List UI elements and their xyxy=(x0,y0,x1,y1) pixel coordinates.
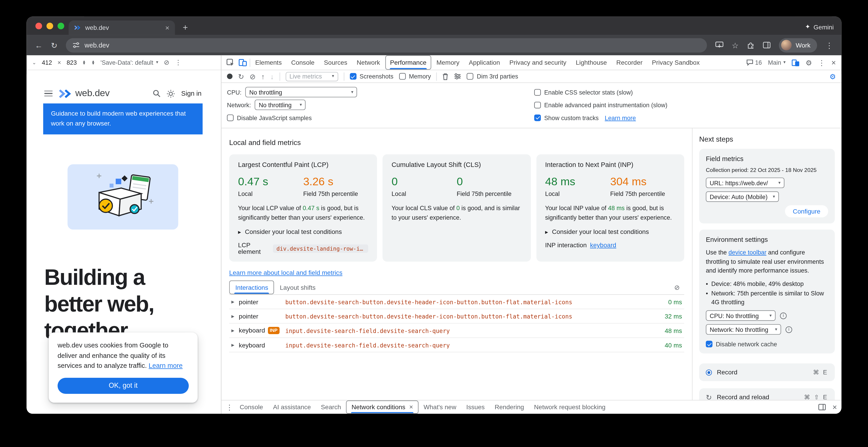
tab-network[interactable]: Network xyxy=(352,56,384,70)
tab-elements[interactable]: Elements xyxy=(251,56,286,70)
tab-memory[interactable]: Memory xyxy=(432,56,464,70)
browser-menu-icon[interactable]: ⋮ xyxy=(826,41,833,49)
paint-instrumentation-checkbox[interactable]: Enable advanced paint instrumentation (s… xyxy=(534,102,668,108)
interaction-row[interactable]: ▶ keyboard input.devsite-search-field.de… xyxy=(229,338,684,352)
drawer-tab-network-conditions[interactable]: Network conditions × xyxy=(346,401,418,414)
dim-third-parties-checkbox[interactable]: Dim 3rd parties xyxy=(467,73,518,80)
tab-layout-shifts[interactable]: Layout shifts xyxy=(274,280,321,294)
tab-interactions[interactable]: Interactions xyxy=(229,280,274,294)
drawer-tab-network-request-blocking[interactable]: Network request blocking xyxy=(529,401,611,414)
side-panel-icon[interactable] xyxy=(763,41,771,48)
interaction-row[interactable]: ▶ keyboard INP input.devsite-search-fiel… xyxy=(229,323,684,338)
promo-banner[interactable]: Guidance to build modern web experiences… xyxy=(43,103,203,134)
css-selector-stats-checkbox[interactable]: Enable CSS selector stats (slow) xyxy=(534,89,633,95)
inspect-element-icon[interactable] xyxy=(226,59,234,66)
metrics-learn-more-link[interactable]: Learn more about local and field metrics xyxy=(229,269,342,276)
expand-triangle-icon[interactable]: ▶ xyxy=(231,300,234,304)
dpr-stepper[interactable]: ▲▼ xyxy=(91,61,95,65)
perf-settings-gear-icon[interactable]: ⚙ xyxy=(830,72,836,80)
collect-garbage-icon[interactable] xyxy=(443,73,449,80)
clear-icon[interactable]: ⊘ xyxy=(250,73,256,80)
expand-triangle-icon[interactable]: ▶ xyxy=(231,329,234,332)
field-device-select[interactable]: Device: Auto (Mobile) ▾ xyxy=(706,192,779,202)
tab-lighthouse[interactable]: Lighthouse xyxy=(571,56,612,70)
capture-settings-icon[interactable] xyxy=(454,73,461,80)
devtools-close-icon[interactable]: × xyxy=(831,58,836,67)
interaction-target[interactable]: input.devsite-search-field.devsite-searc… xyxy=(285,327,646,334)
upload-profile-icon[interactable]: ↑ xyxy=(261,73,265,80)
screenshots-checkbox[interactable]: Screenshots xyxy=(349,73,394,80)
browser-tab[interactable]: web.dev × xyxy=(69,20,175,35)
tab-console[interactable]: Console xyxy=(287,56,319,70)
interaction-target[interactable]: button.devsite-search-button.devsite-hea… xyxy=(285,313,646,319)
drawer-tab-ai-assistance[interactable]: AI assistance xyxy=(268,401,316,414)
expand-triangle-icon[interactable]: ▶ xyxy=(231,343,234,347)
dimensions-dropdown-icon[interactable]: ⌄ xyxy=(32,60,36,65)
interaction-target[interactable]: button.devsite-search-button.devsite-hea… xyxy=(285,298,646,305)
window-zoom-button[interactable] xyxy=(58,23,64,29)
record-and-reload-icon[interactable]: ↻ xyxy=(238,73,244,80)
gemini-button[interactable]: ✦ Gemini xyxy=(805,23,834,31)
tab-privacy-security[interactable]: Privacy and security xyxy=(505,56,571,70)
extensions-icon[interactable] xyxy=(747,41,754,49)
disable-js-samples-checkbox[interactable]: Disable JavaScript samples xyxy=(227,114,312,121)
tab-application[interactable]: Application xyxy=(464,56,504,70)
profile-chip[interactable]: Work xyxy=(779,38,817,52)
reload-button[interactable]: ↻ xyxy=(51,41,58,49)
drawer-tab-whats-new[interactable]: What's new xyxy=(418,401,461,414)
custom-tracks-learn-more-link[interactable]: Learn more xyxy=(605,114,636,121)
address-bar[interactable]: web.dev xyxy=(66,38,707,52)
cpu-throttling-select[interactable]: No throttling ▾ xyxy=(245,87,357,97)
window-close-button[interactable] xyxy=(35,23,42,29)
clear-log-icon[interactable]: ⊘ xyxy=(674,283,684,291)
console-messages-count[interactable]: 16 xyxy=(746,59,762,66)
theme-toggle-icon[interactable] xyxy=(167,89,175,98)
screencast-icon[interactable] xyxy=(792,59,799,66)
tab-recorder[interactable]: Recorder xyxy=(612,56,647,70)
cookie-learn-more-link[interactable]: Learn more xyxy=(149,362,183,370)
custom-tracks-checkbox[interactable]: Show custom tracks xyxy=(534,114,599,121)
js-context-dropdown[interactable]: Main ▾ xyxy=(768,59,785,66)
viewport-width-field[interactable]: 412 xyxy=(42,59,52,66)
record-button[interactable]: Record ⌘ E xyxy=(699,364,835,381)
devtools-menu-icon[interactable]: ⋮ xyxy=(818,58,826,67)
save-data-dropdown[interactable]: 'Save-Data': default ▾ xyxy=(100,59,158,66)
hamburger-menu-icon[interactable] xyxy=(44,91,53,96)
drawer-tab-rendering[interactable]: Rendering xyxy=(490,401,529,414)
drawer-menu-icon[interactable]: ⋮ xyxy=(226,403,233,411)
zoom-stepper[interactable]: ▲▼ xyxy=(83,61,86,65)
interaction-row[interactable]: ▶ pointer button.devsite-search-button.d… xyxy=(229,309,684,324)
tab-sources[interactable]: Sources xyxy=(319,56,351,70)
info-icon[interactable]: i xyxy=(785,326,792,333)
env-network-select[interactable]: Network: No throttling ▾ xyxy=(706,324,781,335)
bookmark-star-icon[interactable]: ☆ xyxy=(732,41,739,49)
drawer-tab-search[interactable]: Search xyxy=(316,401,346,414)
devtools-settings-gear-icon[interactable]: ⚙ xyxy=(806,59,812,66)
inp-test-conditions-disclosure[interactable]: ▶ Consider your local test conditions xyxy=(545,229,675,235)
new-tab-button[interactable]: + xyxy=(183,23,188,32)
toggle-drawer-icon[interactable] xyxy=(818,404,826,410)
window-minimize-button[interactable] xyxy=(46,23,53,29)
network-throttling-select[interactable]: No throttling ▾ xyxy=(255,100,306,110)
device-toolbar-link[interactable]: device toolbar xyxy=(728,249,766,255)
record-and-reload-button[interactable]: ↻ Record and reload ⌘ ⇧ E xyxy=(699,388,835,400)
info-icon[interactable]: i xyxy=(780,312,786,319)
throttling-icon[interactable]: ⊘ xyxy=(164,59,169,66)
expand-triangle-icon[interactable]: ▶ xyxy=(231,314,234,318)
device-toolbar-menu-icon[interactable]: ⋮ xyxy=(175,59,182,66)
interaction-target[interactable]: input.devsite-search-field.devsite-searc… xyxy=(285,342,646,348)
history-dropdown[interactable]: Live metrics ▾ xyxy=(285,72,338,81)
record-icon[interactable] xyxy=(227,73,232,79)
tab-performance[interactable]: Performance xyxy=(385,56,432,70)
search-icon[interactable] xyxy=(153,90,161,97)
cookie-accept-button[interactable]: OK, got it xyxy=(58,378,189,394)
download-profile-icon[interactable]: ↓ xyxy=(270,73,274,80)
tab-privacy-sandbox[interactable]: Privacy Sandbox xyxy=(648,56,704,70)
field-url-select[interactable]: URL: https://web.dev/ ▾ xyxy=(706,178,784,188)
tab-close-icon[interactable]: × xyxy=(165,24,169,31)
inp-interaction-link[interactable]: keyboard xyxy=(590,242,616,248)
device-toolbar-toggle-icon[interactable] xyxy=(239,59,247,66)
drawer-close-icon[interactable]: × xyxy=(833,403,837,411)
interaction-row[interactable]: ▶ pointer button.devsite-search-button.d… xyxy=(229,295,684,309)
env-cpu-select[interactable]: CPU: No throttling ▾ xyxy=(706,311,776,321)
